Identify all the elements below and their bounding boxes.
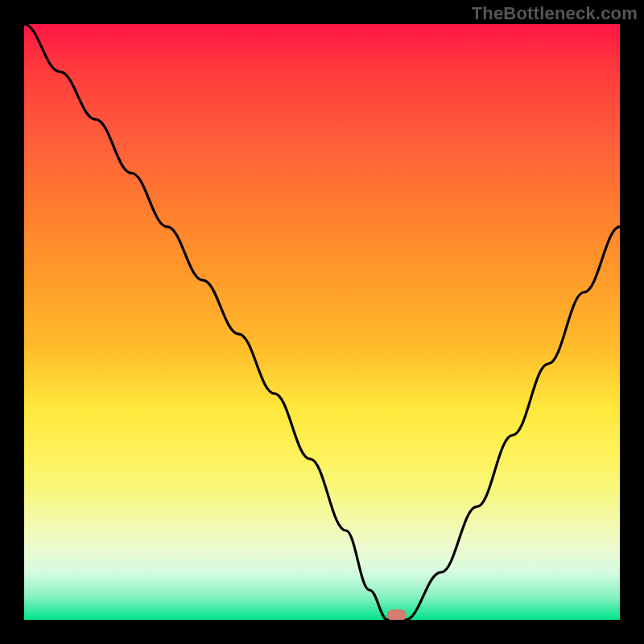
- bottleneck-marker: [387, 609, 407, 620]
- curve-svg: [24, 24, 620, 620]
- watermark-text: TheBottleneck.com: [472, 3, 638, 24]
- plot-area: [24, 24, 620, 620]
- bottleneck-curve: [24, 24, 620, 620]
- chart-frame: TheBottleneck.com: [0, 0, 644, 644]
